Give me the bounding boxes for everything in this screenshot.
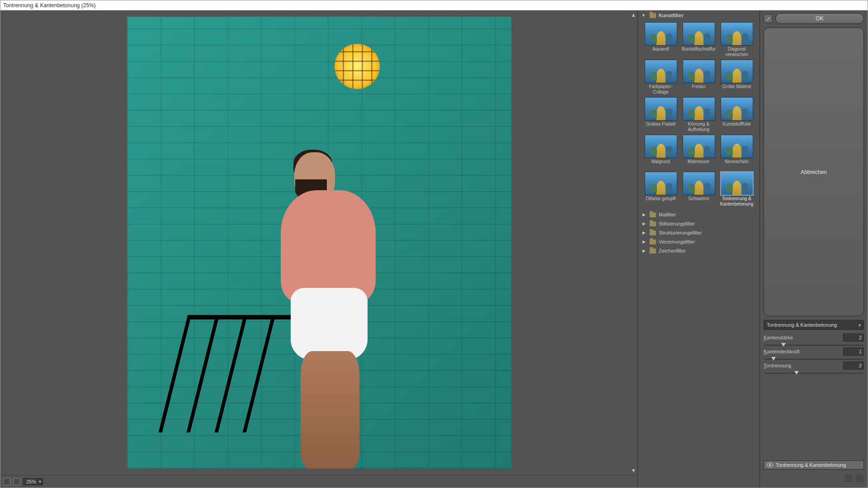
filter-select-value: Tontrennung & Kantenbetonung (767, 322, 837, 328)
filter-category-collapsed[interactable]: Strukturierungsfilter (638, 228, 760, 237)
effect-layer-actions (764, 473, 864, 484)
cancel-button[interactable]: Abbrechen (764, 28, 864, 316)
filter-thumb-preview (721, 172, 753, 195)
filter-category-collapsed[interactable]: Zeichenfilter (638, 246, 760, 255)
new-effect-layer-button[interactable] (845, 475, 852, 482)
filter-list-column: Kunstfilter AquarellBuntstiftschraffurDi… (638, 10, 760, 488)
folder-icon (650, 212, 656, 217)
filter-thumb-label: Fresko (692, 84, 706, 94)
filter-thumb-preview (645, 60, 677, 83)
effect-layers-panel: Tontrennung & Kantenbetonung (764, 460, 864, 469)
filter-category-label: Verzerrungsfilter (659, 239, 695, 244)
filter-thumb[interactable]: Diagonal verwischen (720, 22, 754, 57)
filter-category-collapsed[interactable]: Stilisierungsfilter (638, 219, 760, 228)
filter-thumb-preview (683, 97, 715, 121)
filter-category-collapsed[interactable]: Malfilter (638, 210, 760, 219)
slider-thumb-icon[interactable] (794, 371, 799, 375)
slider-thumb-icon[interactable] (771, 357, 776, 361)
filter-select-dropdown[interactable]: Tontrennung & Kantenbetonung ▾ (764, 320, 864, 330)
filter-thumb-preview (683, 60, 715, 83)
filter-parameter-input[interactable] (843, 361, 864, 370)
zoom-in-button[interactable] (13, 478, 20, 485)
preview-column: ▲ ▼ (0, 10, 638, 488)
filter-thumb-label: Körnung & Aufhellung (682, 122, 716, 132)
filter-thumb-label: Farbpapier-Collage (644, 84, 678, 94)
visibility-eye-icon[interactable] (767, 463, 773, 467)
person-shorts (291, 288, 368, 360)
filter-thumb[interactable]: Tontrennung & Kantenbetonung (720, 172, 754, 206)
filter-thumb[interactable]: Ölfarbe getupft (644, 172, 678, 206)
filter-parameter-input[interactable] (843, 347, 864, 356)
preview-viewport[interactable]: ▲ ▼ (0, 10, 637, 475)
filter-thumb-preview (721, 22, 753, 46)
preview-scroll-up-icon[interactable]: ▲ (631, 12, 636, 18)
filter-category-kunstfilter[interactable]: Kunstfilter (638, 10, 760, 20)
preview-scroll-down-icon[interactable]: ▼ (631, 468, 636, 473)
person-illustration (281, 152, 385, 469)
filter-thumb-preview (645, 135, 677, 158)
filter-parameters: KantenstärkeKantendeckkraftTontrennung (764, 333, 864, 375)
slider-thumb-icon[interactable] (781, 343, 786, 347)
filter-thumb-preview (645, 97, 677, 121)
filter-thumb[interactable]: Grobe Malerei (720, 60, 754, 94)
filter-thumb[interactable]: Malmesser (682, 135, 716, 169)
filter-parameter-slider[interactable] (764, 357, 864, 361)
filter-parameter: Kantendeckkraft (764, 347, 864, 361)
filter-thumb-label: Diagonal verwischen (720, 47, 754, 57)
filter-thumb-label: Buntstiftschraffur (682, 47, 716, 56)
filter-thumb[interactable]: Körnung & Aufhellung (682, 97, 716, 132)
expand-options-button[interactable]: ⤢ (764, 14, 773, 23)
ok-button[interactable]: OK (775, 13, 864, 24)
zoom-out-button[interactable] (3, 478, 10, 485)
filter-thumb-label: Grobe Malerei (722, 84, 751, 94)
filter-thumb[interactable]: Neonschein (720, 135, 754, 169)
filter-thumb-preview (721, 97, 753, 121)
filter-parameter-slider[interactable] (764, 343, 864, 347)
filter-category-label: Stilisierungsfilter (659, 221, 695, 226)
filter-thumb[interactable]: Malgrund (644, 135, 678, 169)
filter-thumb[interactable]: Fresko (682, 60, 716, 94)
ok-button-label: OK (816, 15, 823, 22)
filter-thumb-label: Grobes Pastell (646, 122, 676, 131)
cancel-button-label: Abbrechen (801, 169, 827, 175)
filter-parameter: Kantenstärke (764, 333, 864, 347)
filter-parameter-input[interactable] (843, 333, 864, 342)
slider-track (764, 359, 864, 360)
zoom-level-select[interactable]: 25% (23, 478, 43, 485)
effect-layer-row[interactable]: Tontrennung & Kantenbetonung (764, 460, 864, 469)
filter-parameter-label: Kantenstärke (764, 335, 793, 340)
zoom-level-value: 25% (26, 479, 36, 484)
window-titlebar: Tontrennung & Kantenbetonung (25%) (0, 0, 868, 10)
filter-parameter: Tontrennung (764, 361, 864, 375)
filter-thumb-label: Malgrund (651, 159, 670, 169)
filter-parameter-row: Kantendeckkraft (764, 347, 864, 356)
filter-thumb-label: Aquarell (652, 47, 669, 56)
filter-categories-collapsed: MalfilterStilisierungsfilterStrukturieru… (638, 210, 760, 255)
filter-thumb-label: Tontrennung & Kantenbetonung (720, 196, 754, 206)
filter-parameter-row: Tontrennung (764, 361, 864, 370)
filter-thumb[interactable]: Aquarell (644, 22, 678, 57)
filter-thumb[interactable]: Grobes Pastell (644, 97, 678, 132)
person-legs (301, 351, 359, 469)
window-title: Tontrennung & Kantenbetonung (25%) (3, 2, 96, 9)
folder-icon (650, 13, 656, 18)
window-body: ▲ ▼ (0, 10, 868, 488)
filter-thumb-preview (683, 172, 715, 195)
folder-icon (650, 239, 656, 244)
wall-lamp-illustration (335, 44, 380, 89)
preview-footer: 25% (0, 475, 637, 488)
filter-thumbnails-grid: AquarellBuntstiftschraffurDiagonal verwi… (638, 20, 760, 210)
filter-thumb[interactable]: Kunststofffolie (720, 97, 754, 132)
person-torso (281, 190, 376, 303)
settings-top-row: ⤢ OK (764, 13, 864, 24)
folder-icon (650, 230, 656, 235)
filter-thumb-preview (721, 60, 753, 83)
filter-thumb[interactable]: Farbpapier-Collage (644, 60, 678, 94)
delete-effect-layer-button[interactable] (856, 475, 863, 482)
filter-thumb-preview (645, 22, 677, 46)
filter-parameter-slider[interactable] (764, 371, 864, 375)
filter-thumb[interactable]: Schwamm (682, 172, 716, 206)
filter-category-collapsed[interactable]: Verzerrungsfilter (638, 237, 760, 246)
filter-thumb-preview (683, 135, 715, 158)
filter-thumb[interactable]: Buntstiftschraffur (682, 22, 716, 57)
